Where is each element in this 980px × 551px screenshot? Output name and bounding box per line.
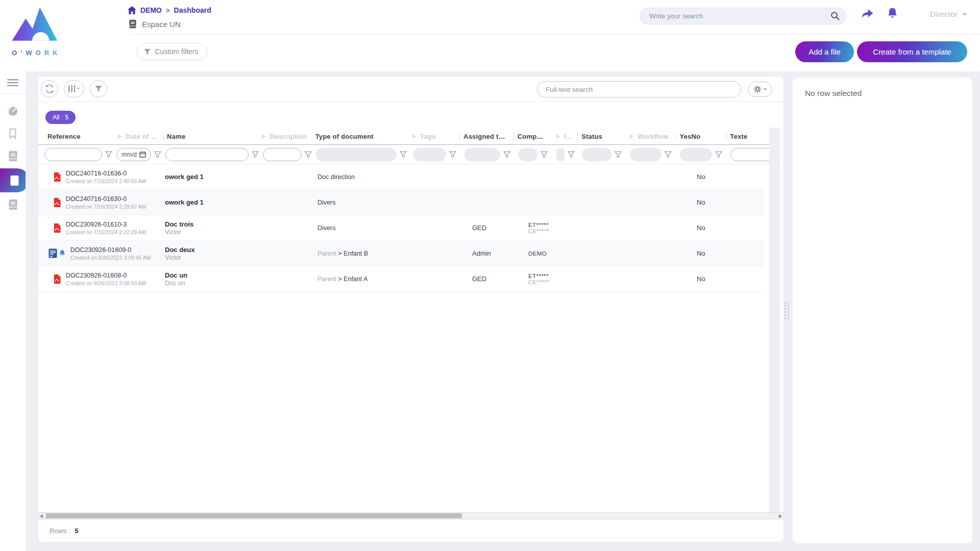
- menu-toggle-button[interactable]: [0, 71, 26, 94]
- column-filter-funnel-icon[interactable]: [105, 151, 112, 158]
- table-row[interactable]: DOC230926-01609-0 Created on 9/26/2023 3…: [38, 241, 764, 266]
- vertical-scrollbar-gutter[interactable]: [769, 128, 780, 512]
- app-logo[interactable]: O'WORK: [8, 3, 61, 57]
- cell-i: [564, 215, 591, 240]
- sort-arrow-icon[interactable]: [629, 134, 634, 139]
- bell-badge-icon: [59, 249, 66, 257]
- filter-date-input[interactable]: mm/d: [116, 148, 151, 161]
- column-filter-funnel-icon[interactable]: [715, 151, 722, 158]
- document-name: Doc trois: [165, 220, 255, 228]
- panel-resize-handle[interactable]: [785, 302, 789, 319]
- document-type: Divers: [317, 199, 410, 206]
- horizontal-scrollbar[interactable]: [38, 512, 783, 519]
- cell-name: Doc un Doc un: [161, 266, 259, 291]
- table-row[interactable]: DOC230926-01610-3 Created on 7/16/2024 2…: [38, 215, 764, 241]
- filter-cell-i: [555, 145, 581, 164]
- column-header-name[interactable]: Name: [163, 129, 257, 144]
- table-row[interactable]: DOC230926-01608-0 Created on 9/26/2023 3…: [38, 266, 764, 292]
- column-header-reference[interactable]: Reference: [43, 129, 113, 144]
- cell-description: [259, 164, 313, 189]
- sort-arrow-icon[interactable]: [117, 134, 122, 139]
- custom-filters-button[interactable]: Custom filters: [137, 43, 207, 60]
- table-row[interactable]: DOC240716-01630-0 Created on 7/16/2024 2…: [38, 190, 764, 215]
- search-icon[interactable]: [830, 11, 840, 23]
- column-label: Reference: [47, 133, 81, 140]
- column-header-assigned-t[interactable]: Assigned t…: [459, 129, 513, 144]
- filter-disabled-comp: [518, 148, 537, 161]
- notifications-bell-icon[interactable]: [887, 7, 898, 21]
- cell-company: [524, 190, 564, 215]
- filter-input-name[interactable]: [165, 148, 249, 161]
- column-label: Comp…: [518, 133, 544, 140]
- document-assigned: Admin: [472, 249, 520, 257]
- breadcrumb-home[interactable]: DEMO: [140, 6, 162, 14]
- table-row[interactable]: DOC240716-01636-0 Created on 7/16/2024 2…: [38, 164, 764, 190]
- column-header-yesno[interactable]: YesNo: [675, 129, 726, 144]
- column-filter-funnel-icon[interactable]: [615, 151, 622, 158]
- cell-name: owork ged 1: [161, 164, 259, 189]
- column-header-description[interactable]: Description: [257, 129, 311, 144]
- column-header-i[interactable]: I…: [552, 129, 577, 144]
- cell-company: ET***** CE*****: [524, 215, 564, 240]
- column-header-workflow[interactable]: Workflow: [625, 129, 675, 144]
- cell-company: ET***** CE*****: [524, 266, 564, 291]
- scrollbar-thumb[interactable]: [46, 513, 462, 518]
- filter-input-reference[interactable]: [44, 148, 102, 161]
- document-name-sub: Doc un: [165, 280, 255, 287]
- filter-button[interactable]: [90, 80, 107, 97]
- sort-arrow-icon[interactable]: [556, 134, 560, 139]
- column-filter-funnel-icon[interactable]: [541, 151, 548, 158]
- column-header-tags[interactable]: Tags: [408, 129, 459, 144]
- columns-button[interactable]: [64, 80, 84, 97]
- cell-reference: DOC230926-01609-0 Created on 9/26/2023 3…: [38, 241, 161, 266]
- cell-reference: DOC230926-01608-0 Created on 9/26/2023 3…: [38, 266, 161, 291]
- filter-input-description[interactable]: [263, 148, 302, 161]
- scroll-left-arrow-icon[interactable]: [40, 514, 43, 518]
- rows-count-value: 5: [75, 527, 79, 535]
- full-text-search-input[interactable]: [537, 81, 741, 97]
- column-header-type-of-document[interactable]: Type of document: [311, 129, 408, 144]
- column-header-status[interactable]: Status: [577, 129, 625, 144]
- sidebar-item-dashboard[interactable]: [0, 101, 26, 121]
- content-area: All : 5 ReferenceDate of cr…NameDescript…: [26, 71, 980, 551]
- cell-name: Doc trois Victor: [161, 215, 259, 240]
- create-from-template-button[interactable]: Create from a template: [857, 41, 967, 62]
- column-header-date-of-cr[interactable]: Date of cr…: [113, 129, 163, 144]
- column-filter-funnel-icon[interactable]: [154, 151, 161, 158]
- all-rows-badge[interactable]: All : 5: [45, 111, 76, 124]
- column-header-comp[interactable]: Comp…: [513, 129, 552, 144]
- cell-workflow: [641, 241, 693, 266]
- column-filter-funnel-icon[interactable]: [305, 151, 312, 158]
- sidebar-item-bookmarks[interactable]: [0, 123, 26, 144]
- global-search-input[interactable]: [640, 8, 846, 24]
- filter-cell-name: [164, 145, 262, 164]
- sidebar-item-documents[interactable]: [0, 194, 26, 215]
- breadcrumb-page[interactable]: Dashboard: [174, 6, 211, 14]
- column-filter-funnel-icon[interactable]: [665, 151, 672, 158]
- refresh-button[interactable]: [41, 80, 58, 97]
- column-filter-funnel-icon[interactable]: [400, 151, 407, 158]
- column-filter-funnel-icon[interactable]: [449, 151, 456, 158]
- document-name: owork ged 1: [165, 173, 255, 181]
- add-file-button[interactable]: Add a file: [795, 41, 854, 62]
- cell-workflow: [641, 190, 693, 215]
- sidebar-item-espace-un[interactable]: [0, 168, 29, 192]
- table-settings-button[interactable]: [748, 82, 772, 97]
- filter-cell-comp: [517, 145, 555, 164]
- scroll-right-arrow-icon[interactable]: [779, 514, 782, 518]
- user-menu[interactable]: Director: [930, 10, 967, 19]
- column-filter-funnel-icon[interactable]: [503, 151, 510, 158]
- sidebar-item-library[interactable]: [0, 146, 26, 166]
- cell-status: [591, 241, 641, 266]
- table-toolbar: [38, 77, 783, 102]
- column-filter-funnel-icon[interactable]: [252, 151, 259, 158]
- cell-status: [591, 215, 641, 240]
- logo-text: O'WORK: [8, 49, 61, 57]
- column-label: Tags: [420, 133, 435, 140]
- home-icon[interactable]: [128, 6, 136, 14]
- document-yesno: No: [697, 249, 741, 257]
- column-filter-funnel-icon[interactable]: [568, 151, 575, 158]
- share-icon[interactable]: [861, 8, 874, 22]
- sort-arrow-icon[interactable]: [412, 134, 416, 139]
- sort-arrow-icon[interactable]: [261, 134, 266, 139]
